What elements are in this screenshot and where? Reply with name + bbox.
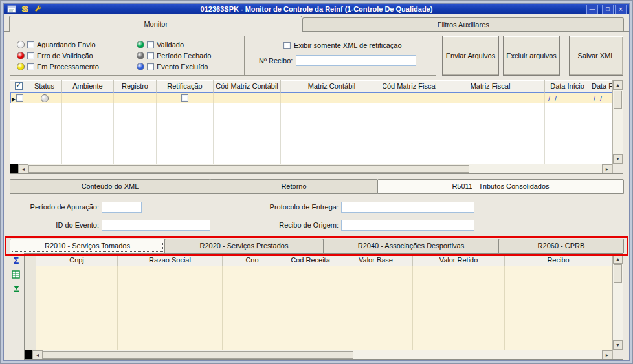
vscroll-track[interactable] — [613, 283, 623, 340]
scroll-right-icon[interactable] — [602, 164, 612, 173]
grid-body-column — [383, 103, 436, 164]
hscroll-track[interactable] — [469, 164, 602, 173]
periodo-apuracao-label: Período de Apuração: — [10, 203, 99, 211]
row-checkbox[interactable] — [16, 94, 23, 102]
cell-status[interactable] — [27, 92, 62, 103]
col-header-cno[interactable]: Cno — [223, 254, 282, 266]
excluir-arquivos-button[interactable]: Excluir arquivos — [503, 36, 560, 76]
legend-checkbox-fechado[interactable] — [147, 52, 154, 59]
col-header-ambiente[interactable]: Ambiente — [62, 80, 114, 92]
hscroll-track[interactable] — [353, 350, 602, 359]
protocolo-entrega-input[interactable] — [341, 202, 474, 213]
events-grid-vscroll — [612, 80, 623, 164]
tab-r5011-tributos-consolidados[interactable]: R5011 - Tributos Consolidados — [377, 179, 624, 194]
col-header-data-fim[interactable]: Data Fim — [590, 80, 612, 92]
scroll-left-icon[interactable] — [18, 164, 28, 173]
detail-tabbar: Conteúdo do XML Retorno R5011 - Tributos… — [10, 179, 623, 194]
scroll-down-icon[interactable] — [613, 340, 623, 350]
scroll-down-icon[interactable] — [613, 154, 623, 164]
select-all-header[interactable] — [10, 80, 27, 92]
tab-filtros-auxiliares[interactable]: Filtros Auxiliares — [302, 17, 624, 31]
minimize-icon[interactable] — [586, 5, 598, 14]
col-header-valor-retido[interactable]: Valor Retido — [413, 254, 505, 266]
cell-cod-matriz-fiscal[interactable] — [383, 92, 436, 103]
tab-r2010-servicos-tomados[interactable]: R2010 - Serviços Tomados — [10, 239, 165, 253]
toolbar-row: Aguardando Envio Erro de Validação Em Pr… — [10, 36, 623, 76]
grid-splitter-handle[interactable] — [10, 164, 18, 173]
legend-checkbox-aguardando[interactable] — [27, 41, 34, 48]
app-window: $$ 012363SPK - Monitor de Controle da Re… — [3, 3, 630, 361]
legend-column-1: Aguardando Envio Erro de Validação Em Pr… — [17, 40, 130, 71]
legend-checkbox-validado[interactable] — [147, 41, 154, 48]
col-header-cnpj[interactable]: Cnpj — [36, 254, 118, 266]
vscroll-track[interactable] — [613, 109, 623, 154]
tab-monitor[interactable]: Monitor — [9, 16, 302, 32]
tab-retorno[interactable]: Retorno — [210, 179, 378, 194]
legend-checkbox-excluido[interactable] — [147, 63, 154, 70]
col-header-matriz-contabil[interactable]: Matriz Contábil — [281, 80, 383, 92]
legend-label: Validado — [157, 41, 184, 48]
col-header-status[interactable]: Status — [27, 80, 62, 92]
cell-retificacao[interactable] — [157, 92, 214, 103]
legend-label: Em Processamento — [37, 63, 99, 70]
close-icon[interactable] — [615, 5, 627, 14]
r-event-tabbar: R2010 - Serviços Tomados R2020 - Serviço… — [10, 239, 623, 253]
vscroll-thumb[interactable] — [614, 264, 622, 283]
col-header-razao-social[interactable]: Razao Social — [118, 254, 223, 266]
form-row-1: Período de Apuração: Protocolo de Entreg… — [10, 200, 623, 214]
col-header-retificacao[interactable]: Retificação — [157, 80, 214, 92]
id-evento-input[interactable] — [102, 220, 210, 231]
maximize-icon[interactable] — [602, 5, 614, 14]
cell-data-inicio[interactable]: / / — [545, 92, 590, 103]
sum-icon[interactable] — [11, 255, 21, 265]
cell-cod-matriz-contabil[interactable] — [214, 92, 281, 103]
row-indicator-header — [25, 254, 36, 266]
grid-splitter-handle[interactable] — [25, 350, 32, 359]
scroll-up-icon[interactable] — [613, 254, 623, 264]
cell-matriz-contabil[interactable] — [281, 92, 383, 103]
titlebar-icons: $$ — [6, 5, 53, 14]
recibo-input[interactable] — [296, 55, 416, 66]
retificacao-checkbox[interactable] — [181, 94, 188, 102]
current-row-marker-icon — [12, 94, 16, 102]
cell-data-fim[interactable]: / / — [590, 92, 612, 103]
tab-r2060-cprb[interactable]: R2060 - CPRB — [498, 239, 624, 253]
cell-ambiente[interactable] — [62, 92, 114, 103]
tab-conteudo-xml[interactable]: Conteúdo do XML — [10, 179, 210, 194]
recibo-label: Nº Recibo: — [259, 57, 293, 65]
periodo-apuracao-input[interactable] — [102, 202, 142, 213]
col-header-cod-receita[interactable]: Cod Receita — [282, 254, 339, 266]
legend-checkbox-erro[interactable] — [27, 52, 34, 59]
protocolo-entrega-label: Protocolo de Entrega: — [241, 203, 339, 211]
scroll-left-icon[interactable] — [32, 350, 43, 359]
export-grid-icon[interactable] — [11, 270, 21, 279]
col-header-cod-matriz-contabil[interactable]: Cód Matriz Contábil — [214, 80, 281, 92]
col-header-recibo[interactable]: Recibo — [505, 254, 612, 266]
legend-checkbox-processamento[interactable] — [27, 63, 34, 70]
r2010-grid: Cnpj Razao Social Cno Cod Receita Valor … — [24, 253, 623, 350]
row-selector-cell[interactable] — [10, 92, 27, 103]
vscroll-thumb[interactable] — [614, 91, 622, 109]
cell-registro[interactable] — [114, 92, 157, 103]
xml-retificacao-checkbox[interactable] — [283, 42, 291, 49]
scroll-right-icon[interactable] — [602, 350, 612, 359]
hscroll-thumb[interactable] — [28, 165, 469, 173]
tab-r2040-associacoes-desportivas[interactable]: R2040 - Associações Desportivas — [323, 239, 499, 253]
enviar-arquivos-button[interactable]: Enviar Arquivos — [442, 36, 499, 76]
events-grid: Status Ambiente Registro Retificação Cód… — [10, 80, 623, 164]
cell-matriz-fiscal[interactable] — [436, 92, 545, 103]
col-header-valor-base[interactable]: Valor Base — [339, 254, 413, 266]
col-header-data-inicio[interactable]: Data Início — [545, 80, 590, 92]
scroll-up-icon[interactable] — [613, 80, 623, 90]
legend-em-processamento: Em Processamento — [17, 62, 130, 71]
col-header-registro[interactable]: Registro — [114, 80, 157, 92]
status-ball-white — [17, 41, 25, 48]
salvar-xml-button[interactable]: Salvar XML — [569, 36, 623, 76]
go-last-icon[interactable] — [11, 284, 21, 294]
recibo-origem-input[interactable] — [341, 220, 474, 231]
col-header-matriz-fiscal[interactable]: Matriz Fiscal — [436, 80, 545, 92]
hscroll-thumb[interactable] — [43, 351, 353, 359]
col-header-cod-matriz-fiscal[interactable]: Cód Matriz Fiscal — [383, 80, 436, 92]
window-title: 012363SPK - Monitor de Controle da Reinf… — [53, 5, 580, 13]
tab-r2020-servicos-prestados[interactable]: R2020 - Serviços Prestados — [164, 239, 324, 253]
